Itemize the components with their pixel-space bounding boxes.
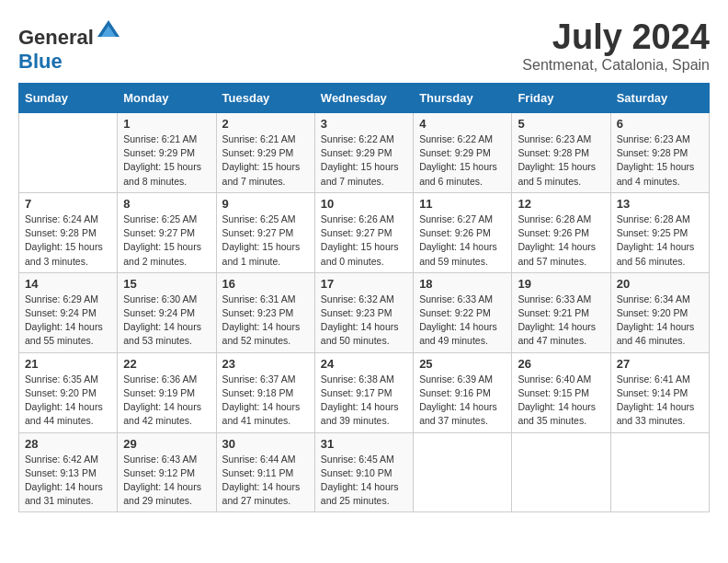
day-number: 8 xyxy=(123,197,210,211)
day-info: Sunrise: 6:32 AM Sunset: 9:23 PM Dayligh… xyxy=(321,293,407,349)
day-info: Sunrise: 6:29 AM Sunset: 9:24 PM Dayligh… xyxy=(25,293,111,349)
day-number: 24 xyxy=(321,357,407,371)
week-row-3: 14Sunrise: 6:29 AM Sunset: 9:24 PM Dayli… xyxy=(19,272,710,352)
calendar-cell: 31Sunrise: 6:45 AM Sunset: 9:10 PM Dayli… xyxy=(314,432,413,512)
day-info: Sunrise: 6:22 AM Sunset: 9:29 PM Dayligh… xyxy=(419,132,506,189)
location: Sentmenat, Catalonia, Spain xyxy=(522,57,710,74)
calendar-cell: 2Sunrise: 6:21 AM Sunset: 9:29 PM Daylig… xyxy=(216,113,314,193)
column-header-saturday: Saturday xyxy=(610,84,709,113)
day-info: Sunrise: 6:42 AM Sunset: 9:13 PM Dayligh… xyxy=(25,453,111,509)
day-info: Sunrise: 6:26 AM Sunset: 9:27 PM Dayligh… xyxy=(321,213,407,269)
calendar-cell xyxy=(512,432,610,512)
calendar-cell: 14Sunrise: 6:29 AM Sunset: 9:24 PM Dayli… xyxy=(19,272,118,352)
day-info: Sunrise: 6:45 AM Sunset: 9:10 PM Dayligh… xyxy=(321,453,407,509)
day-number: 30 xyxy=(222,437,309,451)
day-info: Sunrise: 6:31 AM Sunset: 9:23 PM Dayligh… xyxy=(222,293,309,349)
day-info: Sunrise: 6:28 AM Sunset: 9:25 PM Dayligh… xyxy=(617,213,703,269)
page-header: General Blue July 2024 Sentmenat, Catalo… xyxy=(18,18,710,74)
week-row-4: 21Sunrise: 6:35 AM Sunset: 9:20 PM Dayli… xyxy=(19,352,710,432)
logo-icon xyxy=(96,18,121,44)
day-number: 21 xyxy=(25,357,111,371)
calendar-cell: 28Sunrise: 6:42 AM Sunset: 9:13 PM Dayli… xyxy=(19,432,118,512)
day-number: 29 xyxy=(123,437,210,451)
logo-blue: Blue xyxy=(18,50,63,73)
day-number: 1 xyxy=(123,117,210,131)
column-header-friday: Friday xyxy=(512,84,610,113)
logo-general: General xyxy=(18,26,94,49)
day-info: Sunrise: 6:39 AM Sunset: 9:16 PM Dayligh… xyxy=(419,373,506,429)
column-header-thursday: Thursday xyxy=(414,84,512,113)
calendar-cell: 9Sunrise: 6:25 AM Sunset: 9:27 PM Daylig… xyxy=(216,192,314,272)
day-number: 17 xyxy=(321,277,407,291)
calendar-cell: 13Sunrise: 6:28 AM Sunset: 9:25 PM Dayli… xyxy=(610,192,709,272)
calendar-cell: 17Sunrise: 6:32 AM Sunset: 9:23 PM Dayli… xyxy=(314,272,413,352)
calendar-cell: 4Sunrise: 6:22 AM Sunset: 9:29 PM Daylig… xyxy=(414,113,512,193)
calendar-body: 1Sunrise: 6:21 AM Sunset: 9:29 PM Daylig… xyxy=(19,113,710,512)
calendar-header-row: SundayMondayTuesdayWednesdayThursdayFrid… xyxy=(19,84,710,113)
month-year: July 2024 xyxy=(522,18,710,57)
day-info: Sunrise: 6:21 AM Sunset: 9:29 PM Dayligh… xyxy=(222,132,309,189)
day-info: Sunrise: 6:36 AM Sunset: 9:19 PM Dayligh… xyxy=(123,373,210,429)
day-number: 2 xyxy=(222,117,309,131)
week-row-1: 1Sunrise: 6:21 AM Sunset: 9:29 PM Daylig… xyxy=(19,113,710,193)
day-info: Sunrise: 6:25 AM Sunset: 9:27 PM Dayligh… xyxy=(123,213,210,269)
calendar-cell: 29Sunrise: 6:43 AM Sunset: 9:12 PM Dayli… xyxy=(118,432,216,512)
day-number: 13 xyxy=(617,197,703,211)
calendar-cell: 3Sunrise: 6:22 AM Sunset: 9:29 PM Daylig… xyxy=(314,113,413,193)
calendar-cell: 19Sunrise: 6:33 AM Sunset: 9:21 PM Dayli… xyxy=(512,272,610,352)
week-row-5: 28Sunrise: 6:42 AM Sunset: 9:13 PM Dayli… xyxy=(19,432,710,512)
day-info: Sunrise: 6:21 AM Sunset: 9:29 PM Dayligh… xyxy=(123,132,210,189)
day-info: Sunrise: 6:27 AM Sunset: 9:26 PM Dayligh… xyxy=(419,213,506,269)
logo: General Blue xyxy=(18,18,121,74)
calendar-cell: 30Sunrise: 6:44 AM Sunset: 9:11 PM Dayli… xyxy=(216,432,314,512)
day-number: 19 xyxy=(518,277,604,291)
calendar-cell: 10Sunrise: 6:26 AM Sunset: 9:27 PM Dayli… xyxy=(314,192,413,272)
calendar-cell: 11Sunrise: 6:27 AM Sunset: 9:26 PM Dayli… xyxy=(414,192,512,272)
calendar-cell: 26Sunrise: 6:40 AM Sunset: 9:15 PM Dayli… xyxy=(512,352,610,432)
calendar-cell: 25Sunrise: 6:39 AM Sunset: 9:16 PM Dayli… xyxy=(414,352,512,432)
day-number: 22 xyxy=(123,357,210,371)
day-number: 11 xyxy=(419,197,506,211)
calendar-cell: 8Sunrise: 6:25 AM Sunset: 9:27 PM Daylig… xyxy=(118,192,216,272)
day-info: Sunrise: 6:38 AM Sunset: 9:17 PM Dayligh… xyxy=(321,373,407,429)
calendar-cell: 21Sunrise: 6:35 AM Sunset: 9:20 PM Dayli… xyxy=(19,352,118,432)
calendar-cell: 18Sunrise: 6:33 AM Sunset: 9:22 PM Dayli… xyxy=(414,272,512,352)
day-number: 4 xyxy=(419,117,506,131)
day-info: Sunrise: 6:33 AM Sunset: 9:21 PM Dayligh… xyxy=(518,293,604,349)
day-info: Sunrise: 6:28 AM Sunset: 9:26 PM Dayligh… xyxy=(518,213,604,269)
day-info: Sunrise: 6:30 AM Sunset: 9:24 PM Dayligh… xyxy=(123,293,210,349)
day-number: 10 xyxy=(321,197,407,211)
day-number: 26 xyxy=(518,357,604,371)
title-block: July 2024 Sentmenat, Catalonia, Spain xyxy=(522,18,710,74)
calendar-cell: 16Sunrise: 6:31 AM Sunset: 9:23 PM Dayli… xyxy=(216,272,314,352)
day-info: Sunrise: 6:33 AM Sunset: 9:22 PM Dayligh… xyxy=(419,293,506,349)
day-info: Sunrise: 6:41 AM Sunset: 9:14 PM Dayligh… xyxy=(617,373,703,429)
calendar-cell: 22Sunrise: 6:36 AM Sunset: 9:19 PM Dayli… xyxy=(118,352,216,432)
day-info: Sunrise: 6:23 AM Sunset: 9:28 PM Dayligh… xyxy=(518,132,604,189)
day-number: 20 xyxy=(617,277,703,291)
day-number: 3 xyxy=(321,117,407,131)
calendar-cell: 24Sunrise: 6:38 AM Sunset: 9:17 PM Dayli… xyxy=(314,352,413,432)
column-header-monday: Monday xyxy=(118,84,216,113)
day-number: 18 xyxy=(419,277,506,291)
day-number: 9 xyxy=(222,197,309,211)
column-header-wednesday: Wednesday xyxy=(314,84,413,113)
day-info: Sunrise: 6:34 AM Sunset: 9:20 PM Dayligh… xyxy=(617,293,703,349)
day-info: Sunrise: 6:44 AM Sunset: 9:11 PM Dayligh… xyxy=(222,453,309,509)
day-number: 16 xyxy=(222,277,309,291)
calendar-table: SundayMondayTuesdayWednesdayThursdayFrid… xyxy=(18,83,710,512)
calendar-cell: 12Sunrise: 6:28 AM Sunset: 9:26 PM Dayli… xyxy=(512,192,610,272)
calendar-cell xyxy=(610,432,709,512)
day-number: 27 xyxy=(617,357,703,371)
day-info: Sunrise: 6:22 AM Sunset: 9:29 PM Dayligh… xyxy=(321,132,407,189)
day-number: 28 xyxy=(25,437,111,451)
calendar-cell: 7Sunrise: 6:24 AM Sunset: 9:28 PM Daylig… xyxy=(19,192,118,272)
day-info: Sunrise: 6:43 AM Sunset: 9:12 PM Dayligh… xyxy=(123,453,210,509)
day-number: 6 xyxy=(617,117,703,131)
calendar-cell: 23Sunrise: 6:37 AM Sunset: 9:18 PM Dayli… xyxy=(216,352,314,432)
day-number: 31 xyxy=(321,437,407,451)
day-info: Sunrise: 6:35 AM Sunset: 9:20 PM Dayligh… xyxy=(25,373,111,429)
column-header-sunday: Sunday xyxy=(19,84,118,113)
day-info: Sunrise: 6:24 AM Sunset: 9:28 PM Dayligh… xyxy=(25,213,111,269)
calendar-cell xyxy=(19,113,118,193)
